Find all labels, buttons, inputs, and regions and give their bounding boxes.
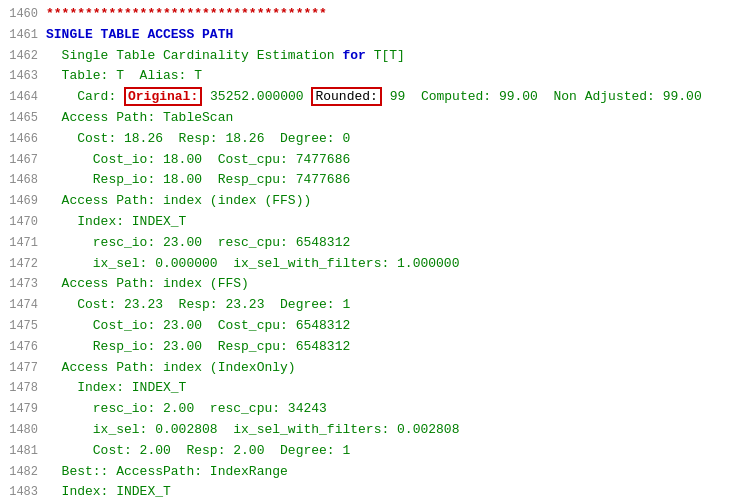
code-text: Cost: 2.00 Resp: 2.00 Degree: 1 xyxy=(46,443,350,458)
code-text: Card: xyxy=(46,89,124,104)
code-text: Resp_io: 23.00 Resp_cpu: 6548312 xyxy=(46,339,350,354)
line-content: Access Path: index (FFS) xyxy=(46,274,736,295)
line-number: 1478 xyxy=(8,379,46,398)
code-text: Index: INDEX_T xyxy=(46,380,186,395)
line-number: 1469 xyxy=(8,192,46,211)
table-row: 1475 Cost_io: 23.00 Cost_cpu: 6548312 xyxy=(8,316,736,337)
line-content: Cost: 18.26 Resp: 18.26 Degree: 0 xyxy=(46,129,736,150)
table-row: 1481 Cost: 2.00 Resp: 2.00 Degree: 1 xyxy=(8,441,736,462)
table-row: 1474 Cost: 23.23 Resp: 23.23 Degree: 1 xyxy=(8,295,736,316)
code-text: Index: INDEX_T xyxy=(46,484,171,499)
code-text: Resp_io: 18.00 Resp_cpu: 7477686 xyxy=(46,172,350,187)
line-content: ix_sel: 0.002808 ix_sel_with_filters: 0.… xyxy=(46,420,736,441)
code-text: resc_io: 23.00 resc_cpu: 6548312 xyxy=(46,235,350,250)
rounded-label: Rounded: xyxy=(311,87,381,106)
line-number: 1477 xyxy=(8,359,46,378)
code-text: Cost: 18.26 Resp: 18.26 Degree: 0 xyxy=(46,131,350,146)
code-text: Access Path: index (index (FFS)) xyxy=(46,193,311,208)
code-text: T[T] xyxy=(366,48,405,63)
line-content: Cost: 2.00 Resp: 2.00 Degree: 1 xyxy=(46,441,736,462)
code-text: Access Path: index (IndexOnly) xyxy=(46,360,296,375)
line-content: Single Table Cardinality Estimation for … xyxy=(46,46,736,67)
table-row: 1483 Index: INDEX_T xyxy=(8,482,736,501)
table-row: 1460************************************ xyxy=(8,4,736,25)
line-content: resc_io: 23.00 resc_cpu: 6548312 xyxy=(46,233,736,254)
code-text: resc_io: 2.00 resc_cpu: 34243 xyxy=(46,401,327,416)
line-number: 1464 xyxy=(8,88,46,107)
code-text: Cost: 23.23 Resp: 23.23 Degree: 1 xyxy=(46,297,350,312)
table-row: 1462 Single Table Cardinality Estimation… xyxy=(8,46,736,67)
line-number: 1465 xyxy=(8,109,46,128)
line-content: Card: Original: 35252.000000 Rounded: 99… xyxy=(46,87,736,108)
code-text: Cost_io: 18.00 Cost_cpu: 7477686 xyxy=(46,152,350,167)
table-row: 1463 Table: T Alias: T xyxy=(8,66,736,87)
line-content: SINGLE TABLE ACCESS PATH xyxy=(46,25,736,46)
original-label: Original: xyxy=(124,87,202,106)
line-content: Cost_io: 18.00 Cost_cpu: 7477686 xyxy=(46,150,736,171)
table-row: 1466 Cost: 18.26 Resp: 18.26 Degree: 0 xyxy=(8,129,736,150)
code-text: ix_sel: 0.002808 ix_sel_with_filters: 0.… xyxy=(46,422,459,437)
table-row: 1464 Card: Original: 35252.000000 Rounde… xyxy=(8,87,736,108)
code-text: Single Table Cardinality Estimation xyxy=(46,48,342,63)
table-row: 1480 ix_sel: 0.002808 ix_sel_with_filter… xyxy=(8,420,736,441)
code-text: for xyxy=(342,48,365,63)
line-content: ************************************ xyxy=(46,4,736,25)
table-row: 1482 Best:: AccessPath: IndexRange xyxy=(8,462,736,483)
table-row: 1471 resc_io: 23.00 resc_cpu: 6548312 xyxy=(8,233,736,254)
code-text: 99 Computed: 99.00 Non Adjusted: 99.00 xyxy=(382,89,702,104)
code-text: Best:: AccessPath: IndexRange xyxy=(46,464,288,479)
table-row: 1461SINGLE TABLE ACCESS PATH xyxy=(8,25,736,46)
table-row: 1479 resc_io: 2.00 resc_cpu: 34243 xyxy=(8,399,736,420)
line-content: Resp_io: 23.00 Resp_cpu: 6548312 xyxy=(46,337,736,358)
line-number: 1462 xyxy=(8,47,46,66)
line-number: 1460 xyxy=(8,5,46,24)
table-row: 1473 Access Path: index (FFS) xyxy=(8,274,736,295)
line-content: Best:: AccessPath: IndexRange xyxy=(46,462,736,483)
line-content: Cost: 23.23 Resp: 23.23 Degree: 1 xyxy=(46,295,736,316)
code-text: Index: INDEX_T xyxy=(46,214,186,229)
line-content: Table: T Alias: T xyxy=(46,66,736,87)
line-number: 1463 xyxy=(8,67,46,86)
line-number: 1483 xyxy=(8,483,46,501)
code-text: ************************************ xyxy=(46,6,327,21)
table-row: 1468 Resp_io: 18.00 Resp_cpu: 7477686 xyxy=(8,170,736,191)
line-content: Cost_io: 23.00 Cost_cpu: 6548312 xyxy=(46,316,736,337)
code-text: 35252.000000 xyxy=(202,89,311,104)
line-number: 1466 xyxy=(8,130,46,149)
table-row: 1476 Resp_io: 23.00 Resp_cpu: 6548312 xyxy=(8,337,736,358)
line-number: 1481 xyxy=(8,442,46,461)
line-content: resc_io: 2.00 resc_cpu: 34243 xyxy=(46,399,736,420)
line-content: Index: INDEX_T xyxy=(46,212,736,233)
table-row: 1478 Index: INDEX_T xyxy=(8,378,736,399)
table-row: 1472 ix_sel: 0.000000 ix_sel_with_filter… xyxy=(8,254,736,275)
line-number: 1468 xyxy=(8,171,46,190)
code-text: ix_sel: 0.000000 ix_sel_with_filters: 1.… xyxy=(46,256,459,271)
line-number: 1461 xyxy=(8,26,46,45)
code-text: Access Path: index (FFS) xyxy=(46,276,249,291)
code-text: Cost_io: 23.00 Cost_cpu: 6548312 xyxy=(46,318,350,333)
line-number: 1470 xyxy=(8,213,46,232)
table-row: 1477 Access Path: index (IndexOnly) xyxy=(8,358,736,379)
line-content: Resp_io: 18.00 Resp_cpu: 7477686 xyxy=(46,170,736,191)
line-content: Index: INDEX_T xyxy=(46,482,736,501)
table-row: 1470 Index: INDEX_T xyxy=(8,212,736,233)
line-content: Access Path: index (index (FFS)) xyxy=(46,191,736,212)
line-content: Index: INDEX_T xyxy=(46,378,736,399)
code-text: SINGLE TABLE ACCESS PATH xyxy=(46,27,233,42)
line-number: 1476 xyxy=(8,338,46,357)
line-number: 1475 xyxy=(8,317,46,336)
table-row: 1465 Access Path: TableScan xyxy=(8,108,736,129)
line-number: 1482 xyxy=(8,463,46,482)
line-number: 1473 xyxy=(8,275,46,294)
line-number: 1472 xyxy=(8,255,46,274)
line-content: ix_sel: 0.000000 ix_sel_with_filters: 1.… xyxy=(46,254,736,275)
code-viewer: 1460************************************… xyxy=(0,0,744,501)
line-number: 1479 xyxy=(8,400,46,419)
line-number: 1480 xyxy=(8,421,46,440)
line-number: 1471 xyxy=(8,234,46,253)
table-row: 1469 Access Path: index (index (FFS)) xyxy=(8,191,736,212)
table-row: 1467 Cost_io: 18.00 Cost_cpu: 7477686 xyxy=(8,150,736,171)
line-content: Access Path: index (IndexOnly) xyxy=(46,358,736,379)
line-number: 1467 xyxy=(8,151,46,170)
code-text: Access Path: TableScan xyxy=(46,110,233,125)
